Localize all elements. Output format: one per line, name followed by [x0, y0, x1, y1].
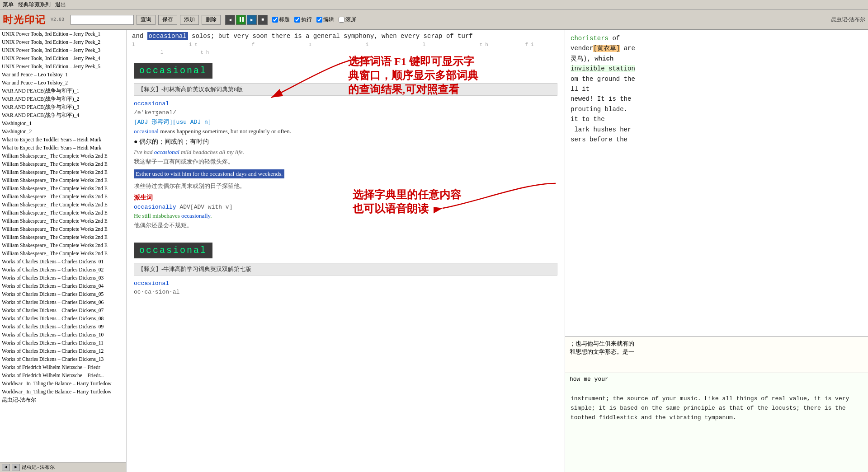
sidebar-item[interactable]: UNIX Power Tools, 3rd Edition – Jerry Pe…	[0, 54, 126, 62]
sidebar-item[interactable]: 昆虫记-法布尔	[0, 396, 126, 404]
sidebar-item[interactable]: Washington_1	[0, 119, 126, 127]
checkbox-execute-label[interactable]: 执行	[294, 16, 312, 23]
checkbox-edit-label[interactable]: 编辑	[316, 16, 334, 23]
menu-item-menu[interactable]: 菜单	[3, 1, 14, 9]
dict-def-text-1: means happening sometimes, but not regul…	[160, 128, 291, 135]
sidebar-item[interactable]: William Shakespeare_ The Complete Works …	[0, 209, 126, 217]
sidebar-item[interactable]: Works of Charles Dickens – Charles Dicke…	[0, 355, 126, 363]
title-bar: 时光印记 V2.83 查询 保存 添加 删除 ◀ ▐▐ ▶ ■ 标题 执行 编辑…	[0, 10, 868, 30]
menu-item-series[interactable]: 经典珍藏系列	[18, 1, 51, 9]
sidebar-item[interactable]: WAR AND PEACE(战争与和平)_2	[0, 95, 126, 103]
sidebar-item[interactable]: William Shakespeare_ The Complete Works …	[0, 249, 126, 257]
sidebar-item[interactable]: Washington_2	[0, 127, 126, 136]
dict-ex3-post: .	[210, 212, 212, 219]
reading-line-it-to: it to the	[571, 114, 863, 124]
top-text-bar: and occasional solos; but very soon ther…	[127, 30, 565, 58]
sidebar-item[interactable]: William Shakespeare_ The Complete Works …	[0, 152, 126, 160]
sidebar-list[interactable]: UNIX Power Tools, 3rd Edition – Jerry Pe…	[0, 30, 126, 462]
media-pause-button[interactable]: ▐▐	[236, 15, 246, 25]
dict-meaning-zh-1: ● 偶尔的；间或的；有时的	[134, 138, 557, 146]
sidebar-item[interactable]: William Shakespeare_ The Complete Works …	[0, 233, 126, 241]
sidebar-item[interactable]: Works of Charles Dickens – Charles Dicke…	[0, 290, 126, 298]
top-text-rest: solos; but very soon there is a general …	[188, 33, 473, 40]
sidebar-item[interactable]: UNIX Power Tools, 3rd Edition – Jerry Pe…	[0, 38, 126, 46]
menu-item-exit[interactable]: 退出	[55, 1, 66, 9]
dict-entry-word-2: occasional	[134, 280, 557, 287]
main-layout: UNIX Power Tools, 3rd Edition – Jerry Pe…	[0, 30, 868, 472]
query-button[interactable]: 查询	[137, 15, 156, 25]
dict-derivative-label: 派生词	[134, 194, 557, 202]
sidebar-item[interactable]: William Shakespeare_ The Complete Works …	[0, 217, 126, 225]
checkbox-scroll[interactable]	[339, 17, 344, 23]
sidebar-item[interactable]: What to Expect the Toddler Years – Heidi…	[0, 136, 126, 144]
dict-phonetic-2: oc·ca·sion·al	[134, 289, 557, 295]
dict-scroll-area[interactable]: occasional 【释义】-柯林斯高阶英汉双解词典第8版 occasiona…	[127, 58, 565, 472]
sidebar-item[interactable]: WAR AND PEACE(战争与和平)_3	[0, 103, 126, 111]
sidebar-item[interactable]: Works of Charles Dickens – Charles Dicke…	[0, 274, 126, 282]
save-button[interactable]: 保存	[158, 15, 177, 25]
reading-line-birds: 灵鸟), which	[571, 54, 863, 64]
dict-header-word-1: occasional	[134, 63, 212, 79]
checkbox-title-label[interactable]: 标题	[272, 16, 290, 23]
reading-bottom-main[interactable]: instrument; the source of your music. Li…	[565, 391, 868, 472]
sidebar-item[interactable]: What to Expect the Toddler Years – Heidi…	[0, 144, 126, 152]
dict-header-word-2: occasional	[134, 243, 212, 258]
sidebar-item[interactable]: WAR AND PEACE(战争与和平)_1	[0, 87, 126, 95]
sidebar-prev-btn[interactable]: ◄	[2, 464, 10, 471]
sidebar-item[interactable]: Works of Charles Dickens – Charles Dicke…	[0, 322, 126, 331]
dict-pos-1: [ADJ 形容词][usu ADJ n]	[134, 118, 557, 126]
reading-line-ground: om the ground the	[571, 74, 863, 84]
checkbox-scroll-label[interactable]: 滚屏	[339, 16, 356, 23]
checkbox-title[interactable]	[272, 17, 278, 23]
sidebar-item[interactable]: William Shakespeare_ The Complete Works …	[0, 168, 126, 176]
sidebar-item[interactable]: William Shakespeare_ The Complete Works …	[0, 176, 126, 184]
dict-example2-highlighted: Esther used to visit him for the occasio…	[134, 169, 284, 178]
reading-line-invisible: invisible station	[571, 64, 863, 74]
media-stop-button[interactable]: ■	[258, 15, 268, 25]
add-button[interactable]: 添加	[180, 15, 199, 25]
media-prev-button[interactable]: ◀	[225, 15, 235, 25]
sidebar-item[interactable]: UNIX Power Tools, 3rd Edition – Jerry Pe…	[0, 30, 126, 38]
sidebar: UNIX Power Tools, 3rd Edition – Jerry Pe…	[0, 30, 127, 472]
top-text-line1: and occasional solos; but very soon ther…	[132, 32, 559, 41]
sidebar-item[interactable]: Works of Charles Dickens – Charles Dicke…	[0, 306, 126, 314]
sidebar-item[interactable]: UNIX Power Tools, 3rd Edition – Jerry Pe…	[0, 46, 126, 54]
sidebar-item[interactable]: War and Peace – Leo Tolstoy_2	[0, 79, 126, 87]
dict-source-1: 【释义】-柯林斯高阶英汉双解词典第8版	[134, 83, 557, 96]
sidebar-item[interactable]: William Shakespeare_ The Complete Works …	[0, 201, 126, 209]
sidebar-item[interactable]: Works of Charles Dickens – Charles Dicke…	[0, 257, 126, 266]
sidebar-item[interactable]: War and Peace – Leo Tolstoy_1	[0, 70, 126, 79]
sidebar-item[interactable]: Works of Charles Dickens – Charles Dicke…	[0, 339, 126, 347]
sidebar-item[interactable]: Works of Charles Dickens – Charles Dicke…	[0, 282, 126, 290]
dict-divider	[134, 236, 557, 236]
reading-line-prouting: prouting blade.	[571, 104, 863, 114]
delete-button[interactable]: 删除	[202, 15, 221, 25]
sidebar-item[interactable]: William Shakespeare_ The Complete Works …	[0, 192, 126, 201]
sidebar-item[interactable]: Works of Charles Dickens – Charles Dicke…	[0, 314, 126, 322]
menu-bar: 菜单 经典珍藏系列 退出	[0, 0, 868, 10]
sidebar-item[interactable]: Worldwar_ In_Tiling the Balance – Harry …	[0, 388, 126, 396]
sidebar-item[interactable]: UNIX Power Tools, 3rd Edition – Jerry Pe…	[0, 62, 126, 70]
sidebar-item[interactable]: William Shakespeare_ The Complete Works …	[0, 160, 126, 168]
sidebar-item[interactable]: Works of Charles Dickens – Charles Dicke…	[0, 331, 126, 339]
sidebar-item[interactable]: Works of Charles Dickens – Charles Dicke…	[0, 347, 126, 355]
sidebar-next-btn[interactable]: ►	[12, 464, 20, 471]
checkbox-edit[interactable]	[316, 17, 322, 23]
dict-ex3-pre: He still misbehaves	[134, 212, 181, 219]
sidebar-item[interactable]: Works of Charles Dickens – Charles Dicke…	[0, 298, 126, 306]
sidebar-item[interactable]: William Shakespeare_ The Complete Works …	[0, 184, 126, 192]
sidebar-item[interactable]: Works of Friedrich Wilhelm Nietzsche – F…	[0, 371, 126, 379]
dict-phonetic-1: /əˈkeɪʒənəl/	[134, 109, 557, 116]
sidebar-item[interactable]: WAR AND PEACE(战争与和平)_4	[0, 111, 126, 119]
reading-top[interactable]: choristers of vender[黄衣草] are 灵鸟), which…	[565, 30, 868, 336]
sidebar-item[interactable]: William Shakespeare_ The Complete Works …	[0, 225, 126, 233]
sidebar-item[interactable]: Worldwar_ In_Tiling the Balance – Harry …	[0, 379, 126, 388]
reading-line-sers: sers before the	[571, 135, 863, 145]
sidebar-footer-label: 昆虫记-法布尔	[22, 464, 55, 471]
sidebar-item[interactable]: Works of Charles Dickens – Charles Dicke…	[0, 266, 126, 274]
sidebar-item[interactable]: William Shakespeare_ The Complete Works …	[0, 241, 126, 249]
media-play-button[interactable]: ▶	[247, 15, 257, 25]
checkbox-execute[interactable]	[294, 17, 300, 23]
sidebar-item[interactable]: Works of Friedrich Wilhelm Nietzsche – F…	[0, 363, 126, 371]
search-input[interactable]	[71, 15, 134, 25]
